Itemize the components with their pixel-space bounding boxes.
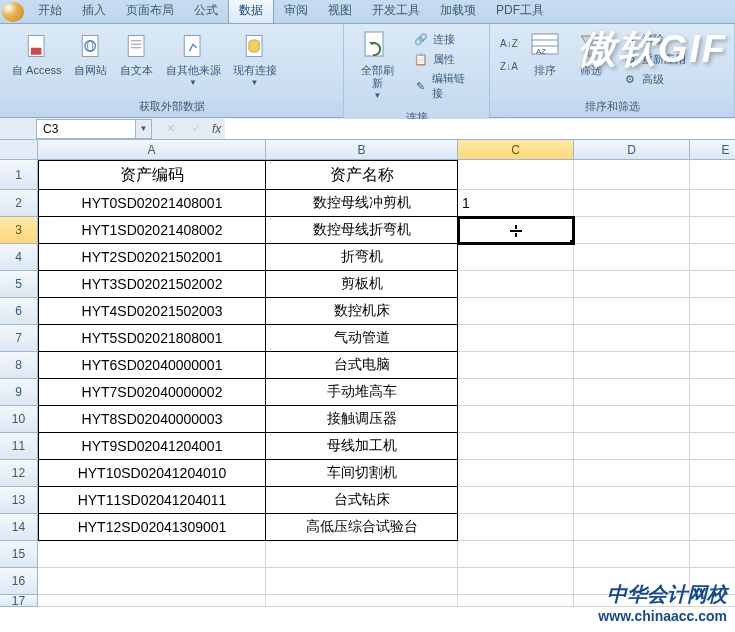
filter-item-2[interactable]: ⚙高级: [618, 70, 690, 88]
cell-C1[interactable]: [458, 160, 574, 190]
column-header-B[interactable]: B: [266, 140, 458, 160]
tab-插入[interactable]: 插入: [72, 0, 116, 23]
connection-item-2[interactable]: ✎编辑链接: [409, 70, 479, 102]
cell-C6[interactable]: [458, 298, 574, 325]
column-header-E[interactable]: E: [690, 140, 735, 160]
name-box[interactable]: C3: [36, 119, 136, 139]
cell-B16[interactable]: [266, 568, 458, 595]
cell-E11[interactable]: [690, 433, 735, 460]
cell-C7[interactable]: [458, 325, 574, 352]
cell-A9[interactable]: HYT7SD02040000002: [38, 379, 266, 406]
cell-B2[interactable]: 数控母线冲剪机: [266, 190, 458, 217]
row-header-3[interactable]: 3: [0, 217, 38, 244]
cell-B14[interactable]: 高低压综合试验台: [266, 514, 458, 541]
external-data-button-4[interactable]: 现有连接▼: [227, 28, 283, 89]
cell-B5[interactable]: 剪板机: [266, 271, 458, 298]
cell-C13[interactable]: [458, 487, 574, 514]
cell-B8[interactable]: 台式电脑: [266, 352, 458, 379]
cell-D16[interactable]: [574, 568, 690, 595]
row-header-5[interactable]: 5: [0, 271, 38, 298]
tab-视图[interactable]: 视图: [318, 0, 362, 23]
cell-E9[interactable]: [690, 379, 735, 406]
cell-C12[interactable]: [458, 460, 574, 487]
fx-button[interactable]: fx: [212, 122, 221, 136]
external-data-button-1[interactable]: 自网站: [68, 28, 114, 79]
row-header-4[interactable]: 4: [0, 244, 38, 271]
cell-D11[interactable]: [574, 433, 690, 460]
tab-页面布局[interactable]: 页面布局: [116, 0, 184, 23]
cell-A5[interactable]: HYT3SD02021502002: [38, 271, 266, 298]
tab-PDF工具[interactable]: PDF工具: [486, 0, 554, 23]
row-header-8[interactable]: 8: [0, 352, 38, 379]
external-data-button-3[interactable]: 自其他来源▼: [160, 28, 227, 89]
cell-B9[interactable]: 手动堆高车: [266, 379, 458, 406]
filter-item-1[interactable]: ↻重新应用: [618, 50, 690, 68]
cell-A6[interactable]: HYT4SD02021502003: [38, 298, 266, 325]
cell-E15[interactable]: [690, 541, 735, 568]
cell-C5[interactable]: [458, 271, 574, 298]
cell-E16[interactable]: [690, 568, 735, 595]
cell-E12[interactable]: [690, 460, 735, 487]
row-header-16[interactable]: 16: [0, 568, 38, 595]
cell-C10[interactable]: [458, 406, 574, 433]
cell-E8[interactable]: [690, 352, 735, 379]
cell-D12[interactable]: [574, 460, 690, 487]
row-header-1[interactable]: 1: [0, 160, 38, 190]
tab-开始[interactable]: 开始: [28, 0, 72, 23]
row-header-17[interactable]: 17: [0, 595, 38, 607]
cell-B3[interactable]: 数控母线折弯机: [266, 217, 458, 244]
cell-D1[interactable]: [574, 160, 690, 190]
cell-E2[interactable]: [690, 190, 735, 217]
cell-B17[interactable]: [266, 595, 458, 607]
tab-加载项[interactable]: 加载项: [430, 0, 486, 23]
cell-E10[interactable]: [690, 406, 735, 433]
tab-审阅[interactable]: 审阅: [274, 0, 318, 23]
sort-button[interactable]: AZ 排序: [522, 28, 568, 79]
cell-A10[interactable]: HYT8SD02040000003: [38, 406, 266, 433]
cell-B15[interactable]: [266, 541, 458, 568]
cell-B4[interactable]: 折弯机: [266, 244, 458, 271]
cell-A3[interactable]: HYT1SD02021408002: [38, 217, 266, 244]
cell-A13[interactable]: HYT11SD02041204011: [38, 487, 266, 514]
cell-A15[interactable]: [38, 541, 266, 568]
cell-B7[interactable]: 气动管道: [266, 325, 458, 352]
external-data-button-2[interactable]: 自文本: [114, 28, 160, 79]
row-header-15[interactable]: 15: [0, 541, 38, 568]
cell-C3[interactable]: [458, 217, 574, 244]
cell-B12[interactable]: 车间切割机: [266, 460, 458, 487]
sort-desc-button[interactable]: Z↓A: [498, 55, 520, 77]
cell-D5[interactable]: [574, 271, 690, 298]
filter-button[interactable]: 筛选: [568, 28, 614, 79]
cell-A2[interactable]: HYT0SD02021408001: [38, 190, 266, 217]
row-header-12[interactable]: 12: [0, 460, 38, 487]
tab-数据[interactable]: 数据: [228, 0, 274, 23]
filter-item-0[interactable]: ✕清除: [618, 30, 690, 48]
fill-handle[interactable]: [570, 240, 574, 244]
cell-D15[interactable]: [574, 541, 690, 568]
cell-A4[interactable]: HYT2SD02021502001: [38, 244, 266, 271]
cell-C9[interactable]: [458, 379, 574, 406]
refresh-all-button[interactable]: 全部刷新 ▼: [350, 28, 405, 102]
cell-C17[interactable]: [458, 595, 574, 607]
row-header-7[interactable]: 7: [0, 325, 38, 352]
cell-E1[interactable]: [690, 160, 735, 190]
cell-E7[interactable]: [690, 325, 735, 352]
cell-C16[interactable]: [458, 568, 574, 595]
cell-D10[interactable]: [574, 406, 690, 433]
column-header-A[interactable]: A: [38, 140, 266, 160]
cell-D9[interactable]: [574, 379, 690, 406]
cell-A14[interactable]: HYT12SD02041309001: [38, 514, 266, 541]
cell-A11[interactable]: HYT9SD02041204001: [38, 433, 266, 460]
cell-E4[interactable]: [690, 244, 735, 271]
cell-B1[interactable]: 资产名称: [266, 160, 458, 190]
cell-A1[interactable]: 资产编码: [38, 160, 266, 190]
cell-B13[interactable]: 台式钻床: [266, 487, 458, 514]
cell-D13[interactable]: [574, 487, 690, 514]
cell-D2[interactable]: [574, 190, 690, 217]
cell-C11[interactable]: [458, 433, 574, 460]
cell-B6[interactable]: 数控机床: [266, 298, 458, 325]
tab-开发工具[interactable]: 开发工具: [362, 0, 430, 23]
cell-E5[interactable]: [690, 271, 735, 298]
cell-D17[interactable]: [574, 595, 690, 607]
row-header-2[interactable]: 2: [0, 190, 38, 217]
